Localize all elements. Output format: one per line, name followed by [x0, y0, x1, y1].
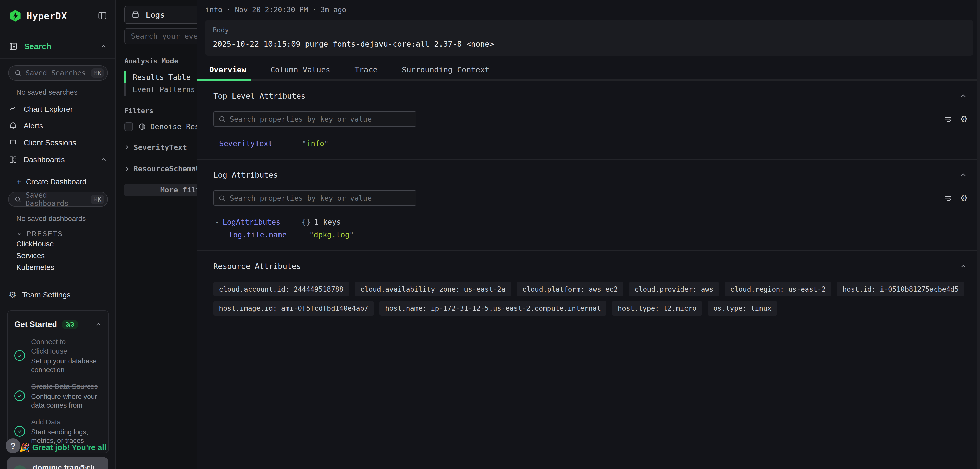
- detail-tab-bar: Overview Column Values Trace Surrounding…: [197, 61, 980, 81]
- create-dashboard-button[interactable]: + Create Dashboard: [16, 176, 115, 188]
- get-started-item[interactable]: Create Data Sources Configure where your…: [14, 382, 102, 410]
- help-button[interactable]: ?: [6, 439, 21, 453]
- saved-dashboards-placeholder: Saved Dashboards: [25, 191, 91, 208]
- gear-icon[interactable]: ⚙: [960, 194, 968, 202]
- attribute-tree-root[interactable]: ▾ LogAttributes {} 1 keys: [213, 218, 974, 227]
- resource-chip[interactable]: cloud.account.id: 244449518788: [213, 282, 349, 296]
- wrap-lines-icon[interactable]: [944, 115, 952, 123]
- analysis-mode-options: Results Table Event Patterns: [116, 71, 197, 95]
- hyperdx-app: HyperDX Search Sav: [0, 0, 980, 469]
- mode-results-table[interactable]: Results Table: [116, 71, 197, 83]
- sidebar-item-client-sessions[interactable]: Client Sessions: [0, 136, 115, 149]
- sidebar-item-dashboards[interactable]: Dashboards: [0, 153, 115, 166]
- resource-attribute-chips: cloud.account.id: 244449518788 cloud.ava…: [213, 282, 974, 315]
- filter-group-resourceschemaurl[interactable]: ResourceSchemaUrl: [124, 164, 197, 174]
- get-started-item-title: Add Data: [31, 417, 102, 427]
- attribute-key[interactable]: LogAttributes: [223, 218, 302, 227]
- attribute-value[interactable]: "dpkg.log": [309, 230, 354, 239]
- filter-group-severitytext[interactable]: SeverityText: [124, 142, 197, 152]
- collapse-triangle-icon[interactable]: ▾: [215, 219, 223, 225]
- resource-chip[interactable]: cloud.availability_zone: us-east-2a: [355, 282, 511, 296]
- tab-surrounding-context[interactable]: Surrounding Context: [402, 65, 490, 74]
- chevron-up-icon[interactable]: [959, 92, 967, 100]
- resource-chip[interactable]: host.image.id: ami-0f5fcdfbd140e4ab7: [213, 301, 374, 315]
- attribute-key[interactable]: log.file.name: [229, 230, 309, 239]
- search-icon: [218, 195, 226, 201]
- chevron-up-icon[interactable]: [100, 43, 107, 50]
- preset-clickhouse[interactable]: ClickHouse: [16, 238, 115, 250]
- resource-chip[interactable]: host.id: i-0510b81275acbe4d5: [837, 282, 964, 296]
- search-section-icon: [9, 42, 18, 51]
- chevron-down-icon: [16, 230, 22, 237]
- active-indicator-bar: [124, 71, 126, 83]
- indicator-bar: [124, 83, 126, 95]
- preset-kubernetes[interactable]: Kubernetes: [16, 261, 115, 273]
- avatar: D: [13, 466, 27, 469]
- mode-event-patterns[interactable]: Event Patterns: [116, 83, 197, 95]
- sidebar-item-search[interactable]: Search: [0, 41, 115, 52]
- sidebar-item-chart-explorer[interactable]: Chart Explorer: [0, 103, 115, 116]
- section-title: Top Level Attributes: [213, 92, 305, 100]
- chevron-up-icon[interactable]: [959, 171, 967, 179]
- divider: [0, 170, 115, 170]
- tab-trace[interactable]: Trace: [355, 65, 377, 74]
- get-started-item-title: Create Data Sources: [31, 382, 102, 391]
- chart-line-icon: [9, 105, 18, 113]
- more-filters-button[interactable]: More filte: [124, 184, 197, 196]
- sidebar-collapse-icon[interactable]: [97, 11, 107, 21]
- event-search-input[interactable]: Search your event: [124, 28, 197, 44]
- saved-searches-input[interactable]: Saved Searches ⌘K: [8, 65, 108, 81]
- gear-icon[interactable]: ⚙: [960, 115, 968, 124]
- resource-chip[interactable]: cloud.region: us-east-2: [724, 282, 831, 296]
- resource-chip[interactable]: cloud.platform: aws_ec2: [517, 282, 624, 296]
- section-title: Log Attributes: [213, 171, 278, 179]
- attribute-value[interactable]: "info": [302, 139, 329, 148]
- question-mark-icon: ?: [11, 441, 16, 451]
- user-account-card[interactable]: D dominic.tran@clic... dominic.tran@clic…: [7, 457, 108, 469]
- active-tab-underline: [197, 79, 251, 81]
- get-started-item-desc: Configure where your data comes from: [31, 392, 102, 410]
- property-search-input[interactable]: Search properties by key or value: [213, 111, 417, 127]
- search-icon: [14, 196, 21, 203]
- get-started-item[interactable]: Add Data Start sending logs, metrics, or…: [14, 417, 102, 445]
- resource-chip[interactable]: os.type: linux: [708, 301, 777, 315]
- scrollbar[interactable]: [977, 0, 980, 469]
- event-body-card: Body 2025-10-22 10:15:09 purge fonts-dej…: [205, 20, 974, 55]
- presets-toggle[interactable]: PRESETS: [16, 230, 115, 238]
- property-search-placeholder: Search properties by key or value: [230, 115, 372, 124]
- resource-chip[interactable]: host.name: ip-172-31-12-5.us-east-2.comp…: [380, 301, 606, 315]
- tab-overview[interactable]: Overview: [209, 65, 246, 74]
- search-icon: [218, 116, 226, 123]
- chevron-up-icon[interactable]: [959, 262, 967, 270]
- sidebar-item-team-settings[interactable]: ⚙ Team Settings: [9, 289, 115, 301]
- check-circle-icon: [14, 390, 25, 401]
- no-saved-dashboards-text: No saved dashboards: [16, 215, 115, 223]
- gear-icon: ⚙: [9, 291, 16, 299]
- wrap-lines-icon[interactable]: [944, 194, 952, 202]
- sidebar-item-alerts[interactable]: Alerts: [0, 119, 115, 133]
- chevron-up-icon[interactable]: [95, 321, 102, 328]
- attribute-key[interactable]: SeverityText: [219, 139, 302, 148]
- chevron-up-icon[interactable]: [100, 156, 107, 163]
- resource-chip[interactable]: cloud.provider: aws: [629, 282, 719, 296]
- chevron-right-icon: [124, 144, 130, 151]
- sidebar-item-label: Alerts: [24, 122, 107, 130]
- get-started-item[interactable]: Connect to ClickHouse Set up your databa…: [14, 337, 102, 374]
- attribute-row[interactable]: SeverityText "info": [213, 139, 974, 148]
- denoise-label: Denoise Resul: [150, 122, 197, 131]
- saved-dashboards-input[interactable]: Saved Dashboards ⌘K: [8, 192, 108, 207]
- event-header: info · Nov 20 2:20:30 PM · 3m ago: [205, 0, 974, 14]
- property-search-input[interactable]: Search properties by key or value: [213, 190, 417, 206]
- denoise-results-row[interactable]: Denoise Resul: [124, 122, 197, 131]
- resource-chip[interactable]: host.type: t2.micro: [612, 301, 702, 315]
- tab-column-values[interactable]: Column Values: [270, 65, 331, 74]
- denoise-checkbox[interactable]: [124, 122, 133, 131]
- object-braces: {}: [302, 218, 310, 227]
- body-label: Body: [213, 26, 966, 34]
- preset-services[interactable]: Services: [16, 250, 115, 261]
- event-relative-time: 3m ago: [321, 6, 346, 14]
- check-circle-icon: [14, 350, 25, 361]
- get-started-header[interactable]: Get Started 3/3: [14, 320, 102, 329]
- attribute-row[interactable]: log.file.name "dpkg.log": [213, 230, 974, 239]
- source-select[interactable]: Logs: [124, 6, 197, 24]
